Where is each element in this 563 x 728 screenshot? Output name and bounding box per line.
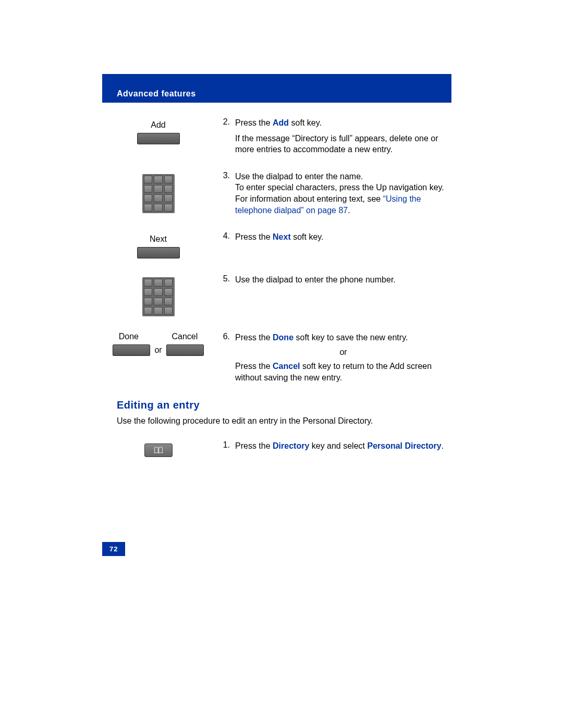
dialpad-key bbox=[154, 298, 163, 305]
editing-entry-intro: Use the following procedure to edit an e… bbox=[117, 416, 451, 426]
step-row-5: 5. Use the dialpad to enter the phone nu… bbox=[102, 274, 451, 316]
cancel-label: Cancel bbox=[172, 332, 198, 341]
section2-step1-row: 1. Press the Directory key and select Pe… bbox=[102, 440, 451, 457]
step-row-6: Done Cancel or 6. Press the Done soft ke… bbox=[102, 332, 451, 383]
step2-add-bold: Add bbox=[273, 118, 289, 127]
step6-right: 6. Press the Done soft key to save the n… bbox=[214, 332, 451, 383]
step5-body: Use the dialpad to enter the phone numbe… bbox=[235, 274, 451, 316]
step6-left: Done Cancel or bbox=[102, 332, 214, 383]
dialpad-key bbox=[154, 185, 163, 193]
dialpad-key bbox=[154, 176, 163, 183]
page-number: 72 bbox=[102, 542, 125, 556]
step3-line1: Use the dialpad to enter the name. bbox=[235, 171, 451, 182]
step4-left: Next bbox=[102, 231, 214, 258]
sec2-step1-right: 1. Press the Directory key and select Pe… bbox=[214, 440, 451, 457]
step3-right: 3. Use the dialpad to enter the name. To… bbox=[214, 171, 451, 216]
sec2-d: Personal Directory bbox=[367, 441, 441, 450]
step4-c: soft key. bbox=[291, 232, 324, 241]
dialpad-key bbox=[144, 176, 153, 183]
next-softkey-icon bbox=[137, 247, 180, 258]
step3-left bbox=[102, 171, 214, 216]
dialpad-key bbox=[164, 298, 173, 305]
sec2-a: Press the bbox=[235, 441, 273, 450]
sec2-step1-body: Press the Directory key and select Perso… bbox=[235, 440, 451, 457]
sec2-step1-num: 1. bbox=[214, 440, 235, 457]
step6-body: Press the Done soft key to save the new … bbox=[235, 332, 451, 383]
step2-num: 2. bbox=[214, 117, 235, 155]
or-text: or bbox=[154, 346, 162, 355]
step3-line2-end: . bbox=[348, 206, 350, 215]
dialpad-key bbox=[154, 307, 163, 315]
next-label: Next bbox=[150, 235, 167, 244]
step2-text-a: Press the bbox=[235, 118, 273, 127]
step5-left bbox=[102, 274, 214, 316]
dialpad-key bbox=[164, 194, 173, 202]
step2-text-c: soft key. bbox=[289, 118, 322, 127]
sec2-c: key and select bbox=[309, 441, 367, 450]
dialpad-key bbox=[164, 279, 173, 287]
step6-d: Press the bbox=[235, 362, 273, 371]
step2-body: Press the Add soft key. If the message “… bbox=[235, 117, 451, 155]
header-bar: Advanced features bbox=[102, 74, 451, 103]
dialpad-key bbox=[164, 204, 173, 212]
editing-entry-heading: Editing an entry bbox=[117, 399, 451, 411]
step3-num: 3. bbox=[214, 171, 235, 216]
dialpad-key bbox=[144, 307, 153, 315]
step4-num: 4. bbox=[214, 231, 235, 258]
done-label: Done bbox=[119, 332, 139, 341]
step6-or-center: or bbox=[235, 347, 451, 358]
step6-c: soft key to save the new entry. bbox=[293, 333, 408, 342]
step-row-3: 3. Use the dialpad to enter the name. To… bbox=[102, 171, 451, 216]
dialpad-icon-2 bbox=[142, 277, 175, 316]
book-icon bbox=[154, 447, 163, 454]
dialpad-key bbox=[144, 288, 153, 296]
header-title: Advanced features bbox=[117, 89, 196, 98]
directory-button-icon bbox=[144, 443, 173, 457]
step-row-4: Next 4. Press the Next soft key. bbox=[102, 231, 451, 258]
done-softkey-icon bbox=[113, 344, 150, 356]
step2-left: Add bbox=[102, 117, 214, 155]
dialpad-key bbox=[144, 185, 153, 193]
add-label: Add bbox=[151, 120, 165, 130]
step6-a: Press the bbox=[235, 333, 273, 342]
step4-right: 4. Press the Next soft key. bbox=[214, 231, 451, 258]
add-softkey-icon bbox=[137, 133, 180, 144]
step6-num: 6. bbox=[214, 332, 235, 383]
dialpad-key bbox=[164, 185, 173, 193]
content-area: Add 2. Press the Add soft key. If the me… bbox=[102, 117, 451, 473]
done-cancel-block: Done Cancel or bbox=[102, 332, 214, 356]
sec2-e: . bbox=[442, 441, 444, 450]
dialpad-key bbox=[154, 194, 163, 202]
dialpad-icon bbox=[142, 174, 175, 213]
dialpad-key bbox=[144, 279, 153, 287]
step4-b: Next bbox=[273, 232, 291, 241]
dialpad-key bbox=[164, 307, 173, 315]
dialpad-key bbox=[144, 194, 153, 202]
step6-b: Done bbox=[273, 333, 293, 342]
document-page: Advanced features Add 2. Press the Add s… bbox=[0, 0, 563, 728]
dialpad-key bbox=[144, 204, 153, 212]
sec2-step1-left bbox=[102, 440, 214, 457]
step4-a: Press the bbox=[235, 232, 273, 241]
step5-right: 5. Use the dialpad to enter the phone nu… bbox=[214, 274, 451, 316]
step6-e: Cancel bbox=[273, 362, 300, 371]
sec2-b: Directory bbox=[273, 441, 309, 450]
step4-body: Press the Next soft key. bbox=[235, 231, 451, 258]
cancel-softkey-icon bbox=[166, 344, 204, 356]
step-row-2: Add 2. Press the Add soft key. If the me… bbox=[102, 117, 451, 155]
dialpad-key bbox=[144, 298, 153, 305]
step5-num: 5. bbox=[214, 274, 235, 316]
step2-para: If the message “Directory is full” appea… bbox=[235, 133, 451, 155]
dialpad-key bbox=[154, 279, 163, 287]
dialpad-key bbox=[164, 288, 173, 296]
dialpad-key bbox=[164, 176, 173, 183]
dialpad-key bbox=[154, 288, 163, 296]
step3-body: Use the dialpad to enter the name. To en… bbox=[235, 171, 451, 216]
step2-right: 2. Press the Add soft key. If the messag… bbox=[214, 117, 451, 155]
dialpad-key bbox=[154, 204, 163, 212]
